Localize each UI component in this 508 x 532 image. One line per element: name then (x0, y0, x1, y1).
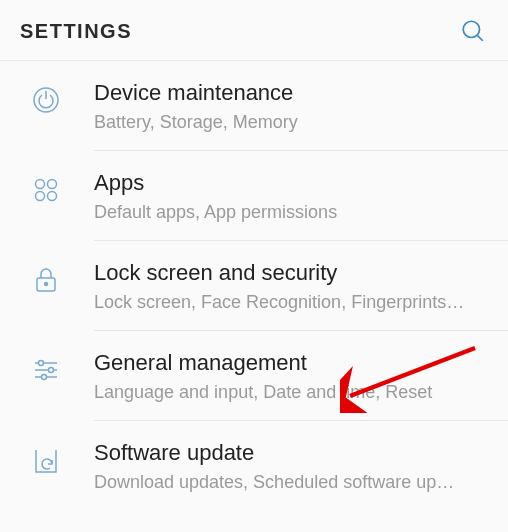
list-item-apps[interactable]: Apps Default apps, App permissions (0, 151, 508, 241)
svg-point-13 (49, 367, 54, 372)
svg-point-4 (36, 179, 45, 188)
item-text: Device maintenance Battery, Storage, Mem… (76, 78, 488, 134)
svg-point-0 (463, 21, 479, 37)
apps-icon (16, 168, 76, 206)
item-text: Lock screen and security Lock screen, Fa… (76, 258, 488, 314)
item-subtitle: Language and input, Date and time, Reset (94, 380, 488, 404)
svg-point-5 (48, 179, 57, 188)
item-title: General management (94, 348, 488, 378)
list-item-device-maintenance[interactable]: Device maintenance Battery, Storage, Mem… (0, 61, 508, 151)
sliders-icon (16, 348, 76, 386)
item-text: Apps Default apps, App permissions (76, 168, 488, 224)
item-subtitle: Default apps, App permissions (94, 200, 488, 224)
svg-point-15 (42, 374, 47, 379)
item-title: Device maintenance (94, 78, 488, 108)
item-subtitle: Download updates, Scheduled software up… (94, 470, 488, 494)
item-text: General management Language and input, D… (76, 348, 488, 404)
item-subtitle: Lock screen, Face Recognition, Fingerpri… (94, 290, 488, 314)
svg-point-11 (39, 360, 44, 365)
list-item-lock-screen[interactable]: Lock screen and security Lock screen, Fa… (0, 241, 508, 331)
item-title: Apps (94, 168, 488, 198)
list-item-general-management[interactable]: General management Language and input, D… (0, 331, 508, 421)
list-item-software-update[interactable]: Software update Download updates, Schedu… (0, 421, 508, 511)
search-icon[interactable] (460, 18, 486, 44)
update-icon (16, 438, 76, 476)
svg-point-6 (36, 191, 45, 200)
lock-icon (16, 258, 76, 296)
page-title: SETTINGS (20, 20, 132, 43)
svg-line-1 (478, 36, 483, 41)
svg-point-7 (48, 191, 57, 200)
maintenance-icon (16, 78, 76, 116)
item-text: Software update Download updates, Schedu… (76, 438, 488, 494)
header-bar: SETTINGS (0, 0, 508, 61)
svg-point-9 (45, 282, 48, 285)
settings-list: Device maintenance Battery, Storage, Mem… (0, 61, 508, 511)
item-title: Lock screen and security (94, 258, 488, 288)
item-title: Software update (94, 438, 488, 468)
item-subtitle: Battery, Storage, Memory (94, 110, 488, 134)
